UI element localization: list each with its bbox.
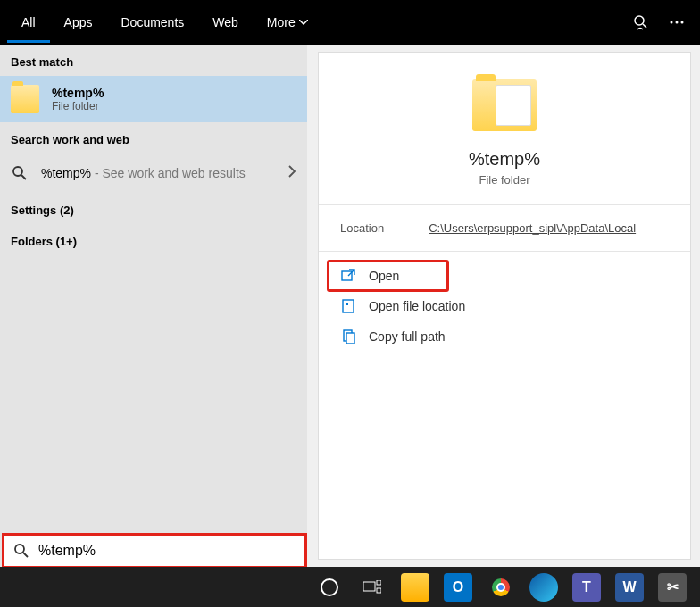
svg-point-4	[13, 167, 22, 176]
action-open-location-label: Open file location	[369, 299, 465, 313]
best-match-subtitle: File folder	[52, 100, 104, 112]
cortana-icon[interactable]	[312, 570, 346, 604]
section-search-web: Search work and web	[0, 122, 307, 154]
action-copy-path-label: Copy full path	[369, 329, 446, 344]
tabs-container: All Apps Documents Web More	[7, 3, 322, 43]
chevron-down-icon	[299, 20, 308, 25]
best-match-result[interactable]: %temp% File folder	[0, 76, 307, 122]
tab-apps[interactable]: Apps	[50, 3, 107, 43]
file-explorer-icon[interactable]	[398, 570, 432, 604]
web-result-text: %temp% - See work and web results	[41, 166, 275, 180]
copy-icon	[340, 328, 356, 345]
svg-point-0	[635, 16, 644, 25]
svg-rect-5	[342, 271, 352, 280]
web-search-result[interactable]: %temp% - See work and web results	[0, 154, 307, 193]
folder-icon	[11, 85, 39, 113]
edge-icon[interactable]	[527, 570, 561, 604]
location-label: Location	[340, 221, 384, 235]
svg-rect-9	[346, 333, 354, 344]
svg-point-3	[681, 21, 684, 24]
action-open-label: Open	[369, 269, 399, 283]
location-row: Location C:\Users\erpsupport_sipl\AppDat…	[319, 205, 690, 251]
outlook-icon[interactable]: O	[441, 570, 475, 604]
snip-icon[interactable]: ✂	[655, 570, 689, 604]
word-icon[interactable]: W	[612, 570, 646, 604]
svg-rect-13	[377, 588, 381, 593]
location-value[interactable]: C:\Users\erpsupport_sipl\AppData\Local	[429, 221, 636, 235]
svg-rect-6	[343, 300, 354, 312]
web-term: %temp%	[41, 166, 91, 180]
teams-icon[interactable]: T	[570, 570, 604, 604]
action-open[interactable]: Open	[328, 261, 448, 291]
svg-point-1	[671, 21, 673, 24]
svg-point-10	[15, 545, 24, 553]
actions-list: Open Open file location Copy full path	[319, 252, 690, 361]
chrome-icon[interactable]	[484, 570, 518, 604]
location-icon	[340, 298, 356, 314]
results-panel: Best match %temp% File folder Search wor…	[0, 45, 307, 567]
tab-more-label: More	[267, 15, 296, 29]
tab-web[interactable]: Web	[198, 3, 253, 43]
chevron-right-icon	[288, 165, 296, 181]
search-input[interactable]	[38, 543, 296, 559]
main-area: Best match %temp% File folder Search wor…	[0, 45, 700, 567]
preview-header: %temp% File folder	[319, 53, 690, 204]
section-settings[interactable]: Settings (2)	[0, 193, 307, 224]
action-copy-path[interactable]: Copy full path	[328, 321, 681, 352]
preview-panel: %temp% File folder Location C:\Users\erp…	[318, 52, 691, 560]
folder-large-icon	[472, 79, 537, 131]
more-options-icon[interactable]	[668, 13, 686, 31]
svg-rect-7	[346, 303, 348, 305]
search-icon	[13, 543, 29, 559]
svg-rect-11	[363, 582, 375, 591]
action-open-location[interactable]: Open file location	[328, 291, 681, 321]
section-folders[interactable]: Folders (1+)	[0, 224, 307, 255]
tab-documents[interactable]: Documents	[106, 3, 198, 43]
tab-more[interactable]: More	[253, 3, 322, 43]
open-icon	[340, 268, 356, 284]
best-match-title: %temp%	[52, 86, 104, 100]
topbar-right	[632, 13, 693, 31]
tab-all[interactable]: All	[7, 3, 50, 43]
web-suffix: - See work and web results	[91, 166, 246, 180]
search-box[interactable]	[2, 533, 307, 569]
taskbar: O T W ✂	[0, 567, 700, 607]
preview-title: %temp%	[337, 149, 672, 170]
section-best-match: Best match	[0, 45, 307, 76]
preview-subtitle: File folder	[337, 173, 672, 187]
search-icon	[11, 164, 29, 182]
search-tabs-bar: All Apps Documents Web More	[0, 0, 700, 45]
svg-point-2	[676, 21, 679, 24]
svg-rect-12	[377, 580, 381, 585]
best-match-text: %temp% File folder	[52, 86, 104, 112]
task-view-icon[interactable]	[355, 570, 389, 604]
feedback-icon[interactable]	[632, 13, 650, 31]
